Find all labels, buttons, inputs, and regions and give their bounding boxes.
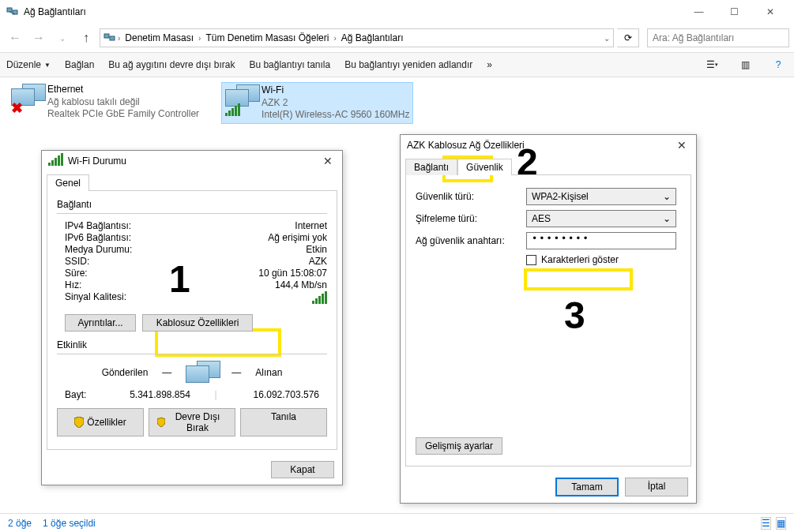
cancel-button[interactable]: İptal (625, 478, 688, 496)
connection-wifi[interactable]: Wi-Fi AZK 2 Intel(R) Wireless-AC 9560 16… (221, 82, 413, 124)
connection-status: Ağ kablosu takılı değil (47, 96, 199, 109)
connection-device: Realtek PCIe GbE Family Controller (47, 108, 199, 121)
close-button[interactable]: ✕ (320, 155, 336, 167)
ssid-label: SSID: (65, 256, 160, 267)
media-label: Medya Durumu: (65, 244, 160, 255)
ipv6-label: IPv6 Bağlantısı: (65, 232, 160, 243)
dialog-title: AZK Kablosuz Ağ Özellikleri (407, 140, 674, 151)
speed-label: Hız: (65, 279, 160, 290)
ethernet-icon: ✖ (11, 84, 43, 115)
activity-icon (186, 361, 217, 384)
search-placeholder: Ara: Ağ Bağlantıları (653, 32, 734, 43)
ipv6-value: Ağ erişimi yok (160, 232, 327, 243)
close-button[interactable]: ✕ (752, 0, 788, 24)
maximize-button[interactable]: ☐ (717, 0, 752, 24)
status-bar: 2 öğe 1 öğe seçildi ☰ ▦ (0, 513, 794, 532)
duration-value: 10 gün 15:08:07 (160, 268, 327, 279)
disconnected-icon: ✖ (11, 99, 23, 117)
details-button[interactable]: Ayrıntılar... (65, 314, 136, 332)
ok-button[interactable]: Tamam (555, 478, 619, 496)
crumb-control-panel[interactable]: Denetim Masası (122, 31, 197, 45)
details-view-button[interactable]: ☰ (761, 517, 771, 530)
security-type-label: Güvenlik türü: (416, 191, 526, 202)
more-button[interactable]: » (487, 59, 492, 70)
recent-dropdown[interactable]: ⌄ (52, 28, 73, 48)
wifi-icon (225, 84, 257, 116)
wireless-properties-dialog: AZK Kablosuz Ağ Özellikleri ✕ Bağlantı G… (400, 134, 697, 504)
search-input[interactable]: Ara: Ağ Bağlantıları (647, 28, 789, 47)
tab-connection[interactable]: Bağlantı (405, 159, 457, 175)
ssid-value: AZK (160, 256, 327, 267)
view-button[interactable]: ☰▾ (702, 55, 721, 74)
connection-device: Intel(R) Wireless-AC 9560 160MHz (262, 109, 409, 122)
wireless-properties-button[interactable]: Kablosuz Özellikleri (142, 314, 253, 332)
tab-general[interactable]: Genel (47, 174, 89, 191)
item-count: 2 öğe (8, 518, 32, 529)
window-titlebar: Ağ Bağlantıları — ☐ ✕ (0, 0, 794, 24)
svg-rect-4 (110, 36, 115, 40)
back-button[interactable]: ← (5, 28, 25, 48)
shield-icon (157, 417, 165, 428)
breadcrumb[interactable]: › Denetim Masası › Tüm Denetim Masası Öğ… (100, 28, 614, 47)
show-chars-checkbox[interactable] (526, 255, 536, 265)
connection-ethernet[interactable]: ✖ Ethernet Ağ kablosu takılı değil Realt… (8, 82, 202, 124)
address-bar: ← → ⌄ ↑ › Denetim Masası › Tüm Denetim M… (0, 24, 794, 52)
diagnose-button[interactable]: Tanıla (240, 408, 327, 436)
minimize-button[interactable]: — (681, 0, 717, 24)
crumb-all-items[interactable]: Tüm Denetim Masası Öğeleri (202, 31, 332, 45)
quality-value (160, 291, 327, 306)
wifi-status-dialog: Wi-Fi Durumu ✕ Genel Bağlantı IPv4 Bağla… (41, 150, 343, 485)
rename-button[interactable]: Bu bağlantıyı yeniden adlandır (344, 59, 472, 70)
group-activity: Etkinlik (57, 339, 327, 350)
disable-button[interactable]: Devre Dışı Bırak (149, 408, 235, 436)
selected-count: 1 öğe seçildi (43, 518, 96, 529)
disable-button[interactable]: Bu ağ aygıtını devre dışı bırak (108, 59, 235, 70)
preview-pane-button[interactable]: ▥ (736, 55, 754, 74)
diagnose-button[interactable]: Bu bağlantıyı tanıla (249, 59, 330, 70)
speed-value: 144,4 Mb/sn (160, 279, 327, 290)
key-input[interactable]: •••••••• (526, 232, 676, 249)
organize-menu[interactable]: Düzenle ▼ (6, 59, 51, 70)
help-button[interactable]: ? (769, 55, 788, 74)
connection-name: Wi-Fi (262, 84, 409, 97)
duration-label: Süre: (65, 268, 160, 279)
icons-view-button[interactable]: ▦ (776, 517, 786, 530)
svg-rect-3 (104, 34, 109, 38)
svg-rect-0 (7, 8, 12, 12)
group-connection: Bağlantı (57, 199, 327, 210)
sent-label: Gönderilen (102, 367, 149, 378)
close-button[interactable]: Kapat (271, 461, 334, 478)
encryption-label: Şifreleme türü: (416, 213, 526, 224)
shield-icon (74, 417, 84, 428)
close-button[interactable]: ✕ (674, 139, 690, 152)
window-title: Ağ Bağlantıları (24, 6, 681, 17)
refresh-button[interactable]: ⟳ (617, 28, 639, 47)
properties-button[interactable]: Özellikler (57, 408, 144, 436)
bytes-recv: 16.092.703.576 (224, 389, 319, 400)
recv-label: Alınan (255, 367, 282, 378)
bytes-label: Bayt: (65, 389, 112, 400)
connection-status: AZK 2 (262, 97, 409, 110)
forward-button[interactable]: → (28, 28, 49, 48)
breadcrumb-dropdown[interactable]: ⌄ (604, 34, 610, 43)
up-button[interactable]: ↑ (76, 28, 96, 48)
network-icon (6, 6, 19, 18)
connect-button[interactable]: Bağlan (65, 59, 94, 70)
crumb-network[interactable]: Ağ Bağlantıları (338, 31, 407, 45)
dialog-title: Wi-Fi Durumu (68, 155, 320, 167)
encryption-select[interactable]: AES⌄ (526, 210, 676, 227)
advanced-button[interactable]: Gelişmiş ayarlar (416, 437, 502, 455)
connection-list: ✖ Ethernet Ağ kablosu takılı değil Realt… (0, 77, 794, 129)
command-bar: Düzenle ▼ Bağlan Bu ağ aygıtını devre dı… (0, 52, 794, 77)
tab-security[interactable]: Güvenlik (457, 159, 512, 175)
key-label: Ağ güvenlik anahtarı: (416, 235, 526, 246)
wifi-icon (48, 156, 63, 166)
bytes-sent: 5.341.898.854 (112, 389, 208, 400)
media-value: Etkin (160, 244, 327, 255)
security-type-select[interactable]: WPA2-Kişisel⌄ (526, 188, 676, 205)
ipv4-label: IPv4 Bağlantısı: (65, 220, 160, 231)
quality-label: Sinyal Kalitesi: (65, 291, 160, 306)
show-chars-label: Karakterleri göster (541, 254, 619, 265)
network-icon (103, 32, 116, 44)
connection-name: Ethernet (47, 84, 199, 96)
